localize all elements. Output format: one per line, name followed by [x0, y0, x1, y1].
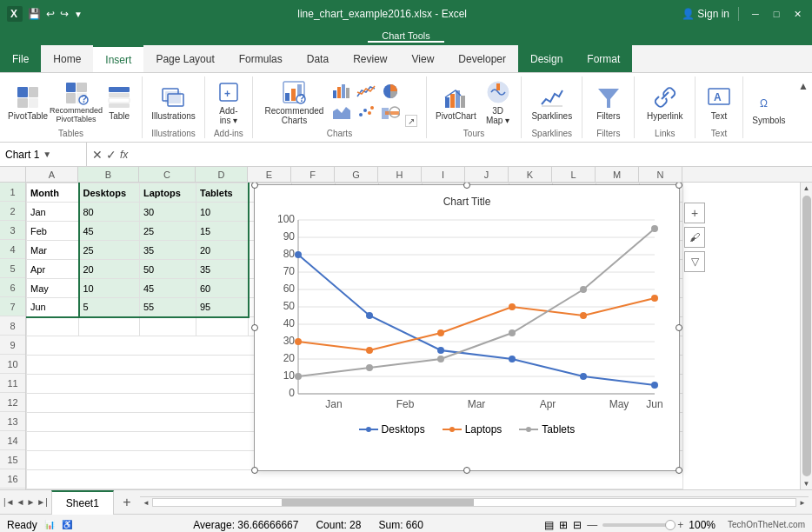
chart-elements-button[interactable]: +: [684, 203, 705, 223]
tab-review[interactable]: Review: [341, 45, 399, 72]
sheet-tab-1[interactable]: Sheet1: [51, 490, 114, 515]
cell-c2[interactable]: 30: [140, 203, 196, 222]
scrollbar-track-h[interactable]: [152, 498, 796, 507]
col-header-e[interactable]: E: [248, 167, 291, 182]
cell-a7[interactable]: Jun: [27, 298, 79, 317]
cell-a5[interactable]: Apr: [27, 260, 79, 279]
customize-icon[interactable]: ▼: [74, 10, 83, 19]
cell-d8[interactable]: [196, 317, 249, 336]
row-header-14[interactable]: 14: [0, 431, 25, 450]
tab-page-layout[interactable]: Page Layout: [143, 45, 226, 72]
addins-button[interactable]: + Add-ins ▾: [212, 76, 245, 127]
cell-a6[interactable]: May: [27, 279, 79, 298]
col-header-g[interactable]: G: [335, 167, 378, 182]
cell-d5[interactable]: 35: [196, 260, 249, 279]
minimize-button[interactable]: ─: [748, 6, 763, 22]
scrollbar-thumb-h[interactable]: [282, 499, 475, 506]
other-chart-button[interactable]: [379, 103, 402, 122]
name-box[interactable]: Chart 1 ▼: [0, 143, 87, 166]
scroll-thumb-v[interactable]: [802, 196, 811, 476]
row-header-16[interactable]: 16: [0, 469, 25, 489]
cell-a2[interactable]: Jan: [27, 203, 79, 222]
ribbon-collapse-button[interactable]: ▲: [795, 76, 812, 138]
page-layout-icon[interactable]: ⊞: [559, 519, 568, 531]
row-header-7[interactable]: 7: [0, 297, 25, 316]
symbols-button[interactable]: Ω Symbols: [750, 86, 788, 127]
bar-chart-button[interactable]: [330, 82, 353, 101]
scroll-up-button[interactable]: ▲: [802, 183, 812, 194]
cell-b3[interactable]: 45: [79, 222, 140, 241]
sparklines-button[interactable]: Sparklines: [529, 82, 575, 123]
tab-insert[interactable]: Insert: [93, 45, 143, 72]
cell-c8[interactable]: [140, 317, 196, 336]
confirm-formula-button[interactable]: ✓: [106, 148, 116, 162]
sheet-nav-last[interactable]: ►|: [37, 497, 48, 507]
filters-button[interactable]: Filters: [591, 82, 626, 123]
scatter-chart-button[interactable]: [355, 103, 377, 122]
tab-design[interactable]: Design: [518, 45, 575, 72]
cell-b8[interactable]: [79, 317, 140, 336]
chart-handle-bc[interactable]: [463, 467, 470, 474]
sheet-nav-next[interactable]: ►: [26, 497, 35, 507]
row-header-13[interactable]: 13: [0, 412, 25, 431]
col-header-k[interactable]: K: [509, 167, 552, 182]
cell-a8[interactable]: [27, 317, 79, 336]
row-header-6[interactable]: 6: [0, 278, 25, 297]
pivot-table-button[interactable]: PivotTable: [7, 82, 49, 123]
cell-c1[interactable]: Laptops: [140, 183, 196, 203]
recommended-charts-button[interactable]: ? RecommendedCharts: [262, 76, 328, 127]
row-header-11[interactable]: 11: [0, 374, 25, 393]
col-header-h[interactable]: H: [378, 167, 422, 182]
zoom-in-icon[interactable]: +: [677, 519, 683, 531]
row-header-15[interactable]: 15: [0, 450, 25, 469]
col-header-f[interactable]: F: [291, 167, 335, 182]
sheet-nav-first[interactable]: |◄: [3, 497, 15, 507]
row-header-10[interactable]: 10: [0, 355, 25, 374]
table-button[interactable]: Table: [103, 82, 135, 123]
chart-handle-bl[interactable]: [251, 467, 258, 474]
illustrations-button[interactable]: Illustrations: [150, 82, 197, 123]
cell-c6[interactable]: 45: [140, 279, 196, 298]
hyperlink-button[interactable]: Hyperlink: [643, 82, 687, 123]
cell-c4[interactable]: 35: [140, 241, 196, 260]
insert-function-button[interactable]: fx: [120, 149, 128, 161]
cell-b2[interactable]: 80: [79, 203, 140, 222]
line-chart-button[interactable]: [355, 82, 377, 101]
add-sheet-button[interactable]: +: [117, 493, 136, 512]
chart-handle-ml[interactable]: [251, 324, 258, 331]
cell-b1[interactable]: Desktops: [79, 183, 140, 203]
cell-b5[interactable]: 20: [79, 260, 140, 279]
col-header-n[interactable]: N: [639, 167, 682, 182]
sheet-nav-prev[interactable]: ◄: [17, 497, 25, 507]
redo-icon[interactable]: ↪: [60, 8, 69, 20]
tab-data[interactable]: Data: [295, 45, 341, 72]
close-button[interactable]: ✕: [789, 6, 805, 22]
cell-b4[interactable]: 25: [79, 241, 140, 260]
pivot-chart-button[interactable]: PivotChart: [434, 82, 478, 123]
cell-c3[interactable]: 25: [140, 222, 196, 241]
chart-styles-button[interactable]: 🖌: [684, 227, 705, 248]
cell-d4[interactable]: 20: [196, 241, 249, 260]
chart-filters-button[interactable]: ▽: [684, 251, 705, 272]
scroll-down-button[interactable]: ▼: [802, 478, 812, 489]
row-header-9[interactable]: 9: [0, 336, 25, 355]
cell-b7[interactable]: 5: [79, 298, 140, 317]
zoom-out-icon[interactable]: —: [587, 519, 597, 531]
col-header-c[interactable]: C: [139, 167, 196, 182]
cell-a1[interactable]: Month: [27, 183, 79, 203]
tab-developer[interactable]: Developer: [446, 45, 518, 72]
recommended-pivot-button[interactable]: ? RecommendedPivotTables: [52, 77, 100, 126]
name-box-dropdown[interactable]: ▼: [43, 150, 51, 159]
col-header-j[interactable]: J: [465, 167, 509, 182]
cancel-formula-button[interactable]: ✕: [92, 148, 103, 162]
scroll-left-button[interactable]: ◄: [140, 497, 152, 508]
page-break-icon[interactable]: ⊟: [573, 519, 582, 531]
chart-container[interactable]: Chart Title 0 10 20 30 40: [254, 184, 680, 471]
col-header-m[interactable]: M: [596, 167, 639, 182]
row-header-3[interactable]: 3: [0, 221, 25, 240]
scroll-right-button[interactable]: ►: [796, 497, 809, 508]
row-header-1[interactable]: 1: [0, 183, 25, 202]
row-header-12[interactable]: 12: [0, 393, 25, 412]
cell-d6[interactable]: 60: [196, 279, 249, 298]
cell-d3[interactable]: 15: [196, 222, 249, 241]
